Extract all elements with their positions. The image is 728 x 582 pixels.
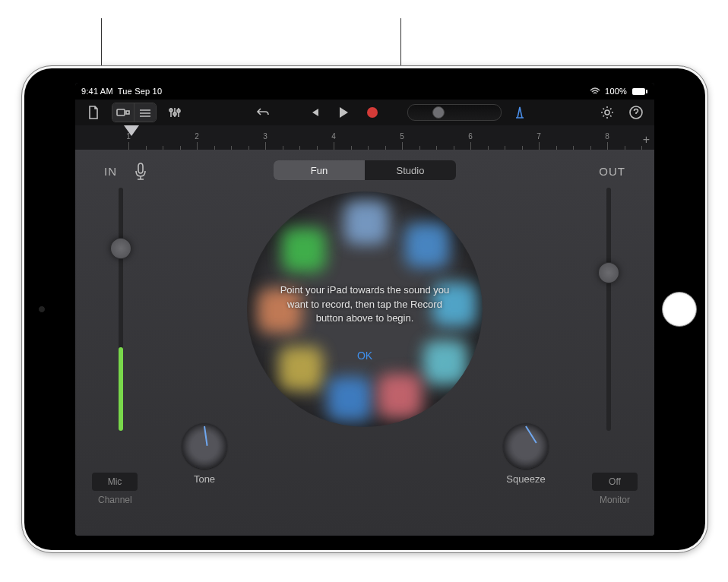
view-toggle-group — [112, 103, 157, 122]
record-button[interactable] — [362, 103, 383, 122]
monitor-label: Monitor — [600, 495, 630, 505]
home-button[interactable] — [662, 292, 697, 327]
in-level-slider[interactable] — [106, 188, 136, 431]
add-section-button[interactable]: + — [643, 133, 650, 147]
battery-percent: 100% — [605, 87, 627, 96]
mixer-icon — [168, 106, 182, 119]
track-controls-button[interactable] — [164, 103, 185, 122]
go-to-beginning-button[interactable] — [304, 103, 325, 122]
status-date: Tue Sep 10 — [118, 87, 162, 96]
mode-segmented-control: Fun Studio — [274, 160, 456, 180]
mode-tab-fun[interactable]: Fun — [274, 160, 365, 180]
in-slider-knob[interactable] — [110, 238, 131, 259]
squeeze-knob[interactable] — [503, 423, 549, 469]
screen: 9:41 AM Tue Sep 10 100% — [75, 83, 654, 536]
ruler-ticks — [75, 125, 654, 150]
undo-icon — [256, 107, 270, 118]
master-volume-slider[interactable] — [407, 104, 502, 121]
svg-rect-2 — [117, 109, 125, 115]
play-icon — [338, 106, 349, 119]
help-button[interactable] — [625, 103, 647, 122]
svg-rect-1 — [646, 90, 647, 93]
settings-button[interactable] — [597, 103, 618, 122]
rewind-icon — [309, 107, 321, 118]
svg-point-7 — [605, 110, 609, 115]
help-icon — [629, 106, 643, 119]
overlay-ok-button[interactable]: OK — [357, 350, 372, 362]
preset-wheel[interactable]: Point your iPad towards the sound you wa… — [247, 191, 483, 427]
metronome-button[interactable] — [509, 103, 530, 122]
squeeze-label: Squeeze — [506, 473, 545, 485]
audio-recorder-main: IN OUT Fun Studio — [75, 150, 654, 536]
ipad-device: 9:41 AM Tue Sep 10 100% — [21, 65, 708, 553]
in-label: IN — [104, 165, 117, 178]
my-songs-button[interactable] — [83, 103, 104, 122]
out-level-slider[interactable] — [593, 188, 624, 431]
play-button[interactable] — [333, 103, 354, 122]
out-slider-knob[interactable] — [598, 262, 619, 283]
app-toolbar — [75, 100, 654, 125]
wifi-icon — [590, 87, 600, 95]
monitor-button[interactable]: Off — [592, 473, 638, 491]
mode-tab-studio[interactable]: Studio — [365, 160, 456, 180]
browser-icon — [116, 107, 130, 118]
out-label: OUT — [599, 165, 625, 178]
battery-icon — [631, 87, 648, 96]
mic-icon[interactable] — [133, 161, 148, 181]
metronome-icon — [514, 106, 526, 119]
document-icon — [87, 106, 100, 119]
status-time: 9:41 AM — [81, 87, 113, 96]
overlay-message: Point your iPad towards the sound you wa… — [274, 283, 456, 327]
front-camera — [38, 305, 46, 313]
timeline-ruler[interactable]: 1 2 3 4 5 6 7 8 + — [75, 125, 654, 150]
tracks-icon — [138, 107, 152, 118]
undo-button[interactable] — [252, 103, 274, 122]
status-bar: 9:41 AM Tue Sep 10 100% — [75, 83, 654, 100]
svg-rect-3 — [126, 111, 129, 114]
channel-label: Channel — [98, 495, 132, 505]
browser-button[interactable] — [112, 103, 135, 122]
svg-rect-0 — [632, 88, 645, 95]
tone-knob[interactable] — [182, 423, 227, 469]
record-icon — [367, 107, 378, 118]
channel-button[interactable]: Mic — [92, 473, 138, 491]
tracks-button[interactable] — [135, 103, 156, 122]
gear-icon — [600, 106, 614, 119]
tone-label: Tone — [194, 473, 215, 485]
